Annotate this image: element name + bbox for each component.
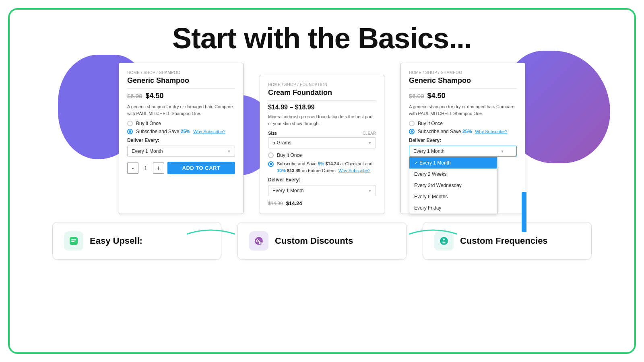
- feature-title-discounts: Custom Discounts: [275, 235, 353, 247]
- subscribe-label-1: Subscribe and Save 25% Why Subscribe?: [136, 129, 225, 134]
- final-price-row: $14.99 $14.24: [268, 200, 376, 206]
- buy-once-label-3: Buy it Once: [418, 121, 443, 126]
- radio-circle-subscribe-1: [127, 129, 133, 134]
- scroll-indicator: [522, 192, 526, 232]
- deliver-dropdown-3: ✓ Every 1 Month Every 2 Weeks Every 3rd …: [409, 157, 497, 214]
- title-2: Cream Foundation: [268, 88, 376, 97]
- radio-circle-buy-once-3: [409, 121, 415, 126]
- cards-section: HOME / SHOP / SHAMPOO Generic Shampoo $6…: [10, 63, 634, 214]
- connector-1: [179, 222, 259, 246]
- qty-value-1: 1: [142, 165, 150, 171]
- deliver-label-1: Deliver Every:: [127, 138, 235, 143]
- radio-circle-buy-once-2: [268, 152, 274, 158]
- why-subscribe-link-3[interactable]: Why Subscribe?: [475, 129, 507, 134]
- dropdown-item-2-weeks[interactable]: Every 2 Weeks: [409, 169, 497, 180]
- title-1: Generic Shampoo: [127, 76, 235, 85]
- buy-once-label-2: Buy it Once: [277, 152, 302, 158]
- features-section: Easy Upsell: Custom Discounts Custom Fre…: [10, 214, 634, 260]
- radio-subscribe-3[interactable]: Subscribe and Save 25% Why Subscribe?: [409, 129, 517, 134]
- deliver-select-1[interactable]: Every 1 Month: [127, 146, 235, 157]
- size-select[interactable]: 5-Grams: [268, 137, 376, 148]
- price-sale-3: $4.50: [427, 92, 446, 100]
- radio-subscribe-1[interactable]: Subscribe and Save 25% Why Subscribe?: [127, 129, 235, 134]
- title-3: Generic Shampoo: [409, 76, 517, 85]
- size-select-wrapper: 5-Grams ▼: [268, 137, 376, 148]
- deliver-label-2: Deliver Every:: [268, 177, 376, 183]
- why-subscribe-link-2[interactable]: Why Subscribe?: [339, 168, 371, 173]
- qty-plus-1[interactable]: +: [153, 162, 164, 174]
- qty-minus-1[interactable]: -: [127, 162, 138, 174]
- price-original-1: $6.00: [127, 93, 142, 99]
- svg-rect-2: [71, 241, 74, 243]
- radio-subscribe-2[interactable]: Subscribe and Save 5% $14.24 at Checkout…: [268, 160, 376, 174]
- radio-group-2: Buy it Once Subscribe and Save 5% $14.24…: [268, 152, 376, 174]
- breadcrumb-3: HOME / SHOP / SHAMPOO: [409, 70, 517, 75]
- svg-rect-0: [70, 237, 78, 245]
- final-price-original: $14.99: [268, 201, 283, 206]
- feature-icon-upsell: [64, 231, 83, 251]
- dropdown-item-3rd-wednesday[interactable]: Every 3rd Wednesday: [409, 180, 497, 191]
- price-original-3: $6.00: [409, 93, 424, 99]
- select-arrow-3: ▼: [500, 149, 504, 154]
- dropdown-item-1-month[interactable]: ✓ Every 1 Month: [409, 157, 497, 169]
- radio-circle-subscribe-2: [268, 161, 274, 167]
- radio-circle-subscribe-3: [409, 129, 415, 134]
- feature-title-upsell: Easy Upsell:: [90, 235, 142, 247]
- radio-circle-buy-once-1: [127, 121, 133, 126]
- price-row-1: $6.00 $4.50: [127, 92, 235, 100]
- outer-border: Start with the Basics... HOME / SHOP / S…: [8, 8, 636, 354]
- deliver-select-2[interactable]: Every 1 Month: [268, 185, 376, 196]
- subscribe-text-2: Subscribe and Save 5% $14.24 at Checkout…: [277, 160, 376, 174]
- dropdown-item-friday[interactable]: Every Friday: [409, 202, 497, 214]
- svg-rect-1: [71, 239, 76, 241]
- deliver-label-3: Deliver Every:: [409, 138, 517, 143]
- final-price-sale: $14.24: [286, 200, 302, 206]
- qty-row-1: - 1 + ADD TO CART: [127, 162, 235, 174]
- dropdown-item-6-months[interactable]: Every 6 Months: [409, 191, 497, 202]
- deliver-select-display-3[interactable]: Every 1 Month ▼: [409, 146, 517, 157]
- price-sale-1: $4.50: [146, 92, 164, 100]
- radio-buy-once-1[interactable]: Buy it Once: [127, 121, 235, 126]
- price-range-2: $14.99 – $18.99: [268, 104, 376, 111]
- buy-once-label-1: Buy it Once: [136, 121, 161, 126]
- add-to-cart-button[interactable]: ADD TO CART: [167, 162, 235, 174]
- breadcrumb-1: HOME / SHOP / SHAMPOO: [127, 70, 235, 75]
- clear-button[interactable]: CLEAR: [363, 131, 376, 136]
- subscribe-label-3: Subscribe and Save 25% Why Subscribe?: [418, 129, 507, 134]
- connector-2: [401, 222, 481, 246]
- deliver-select-wrapper-3: Every 1 Month ▼ ✓ Every 1 Month Every 2 …: [409, 146, 517, 157]
- feature-custom-discounts: Custom Discounts: [237, 222, 407, 260]
- deliver-select-wrapper-1: Every 1 Month ▼: [127, 146, 235, 157]
- description-3: A generic shampoo for dry or damaged hai…: [409, 103, 517, 117]
- deliver-select-value-3: Every 1 Month: [413, 148, 444, 154]
- why-subscribe-link-1[interactable]: Why Subscribe?: [193, 129, 225, 134]
- radio-group-1: Buy it Once Subscribe and Save 25% Why S…: [127, 121, 235, 134]
- description-1: A generic shampoo for dry or damaged hai…: [127, 103, 235, 117]
- radio-buy-once-3[interactable]: Buy it Once: [409, 121, 517, 126]
- card-shampoo-3: HOME / SHOP / SHAMPOO Generic Shampoo $6…: [400, 63, 525, 214]
- card-foundation: HOME / SHOP / FOUNDATION Cream Foundatio…: [260, 75, 384, 214]
- deliver-select-wrapper-2: Every 1 Month ▼: [268, 185, 376, 196]
- description-2: Mineral airbrush pressed foundation lets…: [268, 113, 376, 127]
- price-row-3: $6.00 $4.50: [409, 92, 517, 100]
- upsell-icon: [68, 235, 79, 247]
- card-shampoo-1: HOME / SHOP / SHAMPOO Generic Shampoo $6…: [119, 63, 244, 214]
- breadcrumb-2: HOME / SHOP / FOUNDATION: [268, 82, 376, 87]
- radio-buy-once-2[interactable]: Buy it Once: [268, 152, 376, 158]
- size-label-row: Size CLEAR: [268, 131, 376, 136]
- radio-group-3: Buy it Once Subscribe and Save 25% Why S…: [409, 121, 517, 134]
- size-label: Size: [268, 131, 277, 136]
